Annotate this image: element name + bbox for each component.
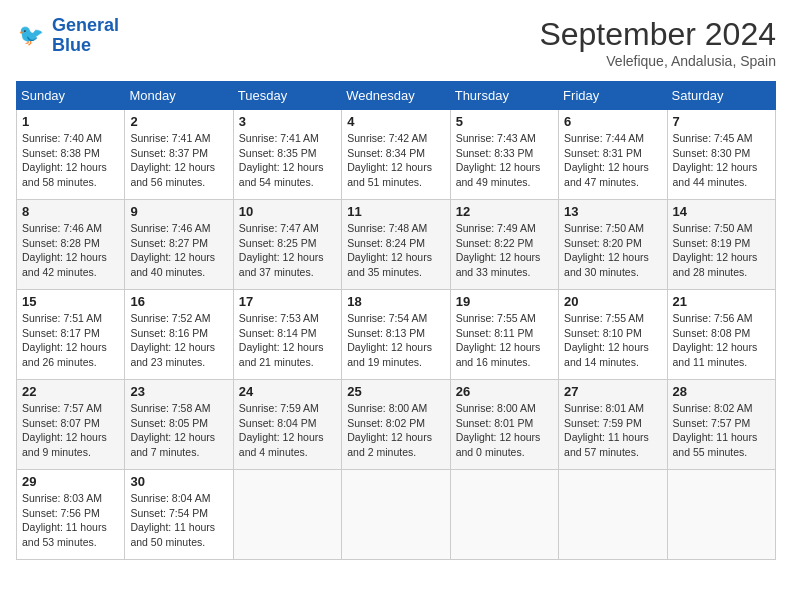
day-number: 11 xyxy=(347,204,444,219)
header-tuesday: Tuesday xyxy=(233,82,341,110)
day-number: 30 xyxy=(130,474,227,489)
table-row: 30Sunrise: 8:04 AM Sunset: 7:54 PM Dayli… xyxy=(125,470,233,560)
day-info: Sunrise: 8:00 AM Sunset: 8:01 PM Dayligh… xyxy=(456,401,553,460)
table-row: 29Sunrise: 8:03 AM Sunset: 7:56 PM Dayli… xyxy=(17,470,125,560)
calendar-row: 29Sunrise: 8:03 AM Sunset: 7:56 PM Dayli… xyxy=(17,470,776,560)
table-row: 17Sunrise: 7:53 AM Sunset: 8:14 PM Dayli… xyxy=(233,290,341,380)
day-info: Sunrise: 7:59 AM Sunset: 8:04 PM Dayligh… xyxy=(239,401,336,460)
day-info: Sunrise: 8:02 AM Sunset: 7:57 PM Dayligh… xyxy=(673,401,770,460)
day-number: 9 xyxy=(130,204,227,219)
day-info: Sunrise: 7:46 AM Sunset: 8:28 PM Dayligh… xyxy=(22,221,119,280)
header-saturday: Saturday xyxy=(667,82,775,110)
day-number: 7 xyxy=(673,114,770,129)
day-number: 24 xyxy=(239,384,336,399)
day-number: 29 xyxy=(22,474,119,489)
day-number: 8 xyxy=(22,204,119,219)
page-header: 🐦 GeneralBlue September 2024 Velefique, … xyxy=(16,16,776,69)
table-row xyxy=(233,470,341,560)
day-number: 17 xyxy=(239,294,336,309)
table-row: 11Sunrise: 7:48 AM Sunset: 8:24 PM Dayli… xyxy=(342,200,450,290)
day-info: Sunrise: 7:58 AM Sunset: 8:05 PM Dayligh… xyxy=(130,401,227,460)
table-row: 2Sunrise: 7:41 AM Sunset: 8:37 PM Daylig… xyxy=(125,110,233,200)
table-row: 24Sunrise: 7:59 AM Sunset: 8:04 PM Dayli… xyxy=(233,380,341,470)
day-number: 20 xyxy=(564,294,661,309)
day-number: 19 xyxy=(456,294,553,309)
table-row: 28Sunrise: 8:02 AM Sunset: 7:57 PM Dayli… xyxy=(667,380,775,470)
day-number: 15 xyxy=(22,294,119,309)
day-number: 5 xyxy=(456,114,553,129)
table-row: 14Sunrise: 7:50 AM Sunset: 8:19 PM Dayli… xyxy=(667,200,775,290)
day-info: Sunrise: 7:41 AM Sunset: 8:37 PM Dayligh… xyxy=(130,131,227,190)
day-number: 23 xyxy=(130,384,227,399)
day-info: Sunrise: 7:50 AM Sunset: 8:20 PM Dayligh… xyxy=(564,221,661,280)
month-title: September 2024 xyxy=(539,16,776,53)
day-info: Sunrise: 7:51 AM Sunset: 8:17 PM Dayligh… xyxy=(22,311,119,370)
day-number: 16 xyxy=(130,294,227,309)
day-info: Sunrise: 8:03 AM Sunset: 7:56 PM Dayligh… xyxy=(22,491,119,550)
table-row: 7Sunrise: 7:45 AM Sunset: 8:30 PM Daylig… xyxy=(667,110,775,200)
table-row xyxy=(342,470,450,560)
calendar-table: Sunday Monday Tuesday Wednesday Thursday… xyxy=(16,81,776,560)
table-row xyxy=(450,470,558,560)
day-info: Sunrise: 7:55 AM Sunset: 8:11 PM Dayligh… xyxy=(456,311,553,370)
day-info: Sunrise: 8:00 AM Sunset: 8:02 PM Dayligh… xyxy=(347,401,444,460)
header-thursday: Thursday xyxy=(450,82,558,110)
table-row: 19Sunrise: 7:55 AM Sunset: 8:11 PM Dayli… xyxy=(450,290,558,380)
day-number: 21 xyxy=(673,294,770,309)
logo: 🐦 GeneralBlue xyxy=(16,16,119,56)
day-info: Sunrise: 7:47 AM Sunset: 8:25 PM Dayligh… xyxy=(239,221,336,280)
day-number: 10 xyxy=(239,204,336,219)
day-info: Sunrise: 8:01 AM Sunset: 7:59 PM Dayligh… xyxy=(564,401,661,460)
day-number: 2 xyxy=(130,114,227,129)
day-info: Sunrise: 7:40 AM Sunset: 8:38 PM Dayligh… xyxy=(22,131,119,190)
table-row: 13Sunrise: 7:50 AM Sunset: 8:20 PM Dayli… xyxy=(559,200,667,290)
table-row: 12Sunrise: 7:49 AM Sunset: 8:22 PM Dayli… xyxy=(450,200,558,290)
table-row: 6Sunrise: 7:44 AM Sunset: 8:31 PM Daylig… xyxy=(559,110,667,200)
day-info: Sunrise: 7:46 AM Sunset: 8:27 PM Dayligh… xyxy=(130,221,227,280)
day-info: Sunrise: 7:49 AM Sunset: 8:22 PM Dayligh… xyxy=(456,221,553,280)
table-row xyxy=(559,470,667,560)
calendar-row: 1Sunrise: 7:40 AM Sunset: 8:38 PM Daylig… xyxy=(17,110,776,200)
header-wednesday: Wednesday xyxy=(342,82,450,110)
day-number: 13 xyxy=(564,204,661,219)
day-number: 25 xyxy=(347,384,444,399)
table-row: 9Sunrise: 7:46 AM Sunset: 8:27 PM Daylig… xyxy=(125,200,233,290)
title-block: September 2024 Velefique, Andalusia, Spa… xyxy=(539,16,776,69)
calendar-row: 22Sunrise: 7:57 AM Sunset: 8:07 PM Dayli… xyxy=(17,380,776,470)
day-info: Sunrise: 7:41 AM Sunset: 8:35 PM Dayligh… xyxy=(239,131,336,190)
table-row: 8Sunrise: 7:46 AM Sunset: 8:28 PM Daylig… xyxy=(17,200,125,290)
table-row xyxy=(667,470,775,560)
table-row: 26Sunrise: 8:00 AM Sunset: 8:01 PM Dayli… xyxy=(450,380,558,470)
table-row: 25Sunrise: 8:00 AM Sunset: 8:02 PM Dayli… xyxy=(342,380,450,470)
day-number: 28 xyxy=(673,384,770,399)
svg-text:🐦: 🐦 xyxy=(18,22,44,48)
day-info: Sunrise: 7:53 AM Sunset: 8:14 PM Dayligh… xyxy=(239,311,336,370)
logo-text: GeneralBlue xyxy=(52,16,119,56)
table-row: 23Sunrise: 7:58 AM Sunset: 8:05 PM Dayli… xyxy=(125,380,233,470)
header-sunday: Sunday xyxy=(17,82,125,110)
header-monday: Monday xyxy=(125,82,233,110)
day-info: Sunrise: 7:48 AM Sunset: 8:24 PM Dayligh… xyxy=(347,221,444,280)
day-number: 3 xyxy=(239,114,336,129)
logo-icon: 🐦 xyxy=(16,20,48,52)
day-info: Sunrise: 7:42 AM Sunset: 8:34 PM Dayligh… xyxy=(347,131,444,190)
day-info: Sunrise: 7:52 AM Sunset: 8:16 PM Dayligh… xyxy=(130,311,227,370)
table-row: 16Sunrise: 7:52 AM Sunset: 8:16 PM Dayli… xyxy=(125,290,233,380)
day-number: 27 xyxy=(564,384,661,399)
table-row: 5Sunrise: 7:43 AM Sunset: 8:33 PM Daylig… xyxy=(450,110,558,200)
day-number: 14 xyxy=(673,204,770,219)
calendar-row: 15Sunrise: 7:51 AM Sunset: 8:17 PM Dayli… xyxy=(17,290,776,380)
weekday-header-row: Sunday Monday Tuesday Wednesday Thursday… xyxy=(17,82,776,110)
day-number: 26 xyxy=(456,384,553,399)
day-number: 1 xyxy=(22,114,119,129)
table-row: 15Sunrise: 7:51 AM Sunset: 8:17 PM Dayli… xyxy=(17,290,125,380)
table-row: 27Sunrise: 8:01 AM Sunset: 7:59 PM Dayli… xyxy=(559,380,667,470)
day-info: Sunrise: 8:04 AM Sunset: 7:54 PM Dayligh… xyxy=(130,491,227,550)
table-row: 4Sunrise: 7:42 AM Sunset: 8:34 PM Daylig… xyxy=(342,110,450,200)
table-row: 1Sunrise: 7:40 AM Sunset: 8:38 PM Daylig… xyxy=(17,110,125,200)
day-info: Sunrise: 7:43 AM Sunset: 8:33 PM Dayligh… xyxy=(456,131,553,190)
table-row: 20Sunrise: 7:55 AM Sunset: 8:10 PM Dayli… xyxy=(559,290,667,380)
table-row: 3Sunrise: 7:41 AM Sunset: 8:35 PM Daylig… xyxy=(233,110,341,200)
header-friday: Friday xyxy=(559,82,667,110)
table-row: 10Sunrise: 7:47 AM Sunset: 8:25 PM Dayli… xyxy=(233,200,341,290)
